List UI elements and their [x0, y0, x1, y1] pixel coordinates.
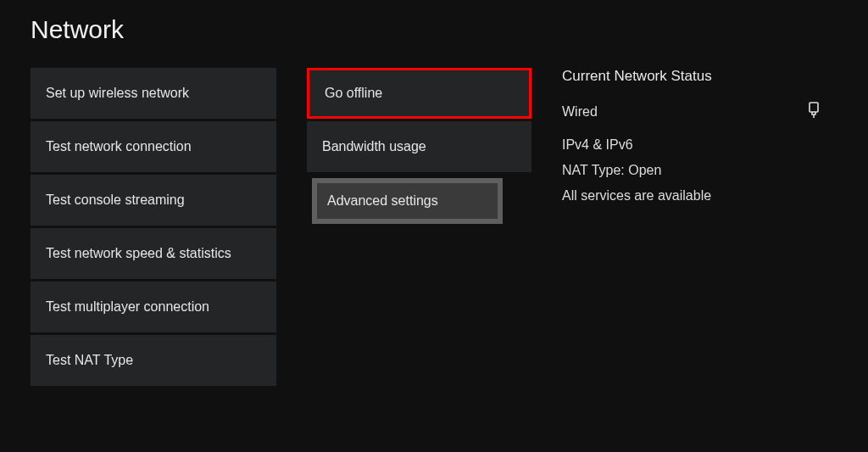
services-status-label: All services are available	[562, 188, 837, 204]
setup-wireless-button[interactable]: Set up wireless network	[31, 68, 276, 119]
middle-column: Go offline Bandwidth usage Advanced sett…	[307, 68, 531, 224]
ip-stack-label: IPv4 & IPv6	[562, 137, 837, 153]
content-area: Set up wireless network Test network con…	[31, 68, 837, 386]
left-column: Set up wireless network Test network con…	[31, 68, 276, 386]
test-nat-button[interactable]: Test NAT Type	[31, 335, 276, 386]
test-streaming-button[interactable]: Test console streaming	[31, 175, 276, 226]
ethernet-icon	[807, 102, 821, 122]
advanced-settings-button[interactable]: Advanced settings	[312, 178, 503, 224]
test-connection-button[interactable]: Test network connection	[31, 121, 276, 172]
nat-type-label: NAT Type: Open	[562, 163, 837, 178]
bandwidth-usage-button[interactable]: Bandwidth usage	[307, 121, 531, 172]
page-title: Network	[31, 15, 837, 44]
go-offline-button[interactable]: Go offline	[307, 68, 531, 119]
connection-type-label: Wired	[562, 104, 598, 120]
status-heading: Current Network Status	[562, 68, 837, 85]
svg-rect-0	[810, 103, 818, 112]
test-multiplayer-button[interactable]: Test multiplayer connection	[31, 282, 276, 332]
status-panel: Current Network Status Wired IPv4 & IPv6…	[562, 68, 837, 214]
test-speed-button[interactable]: Test network speed & statistics	[31, 228, 276, 279]
